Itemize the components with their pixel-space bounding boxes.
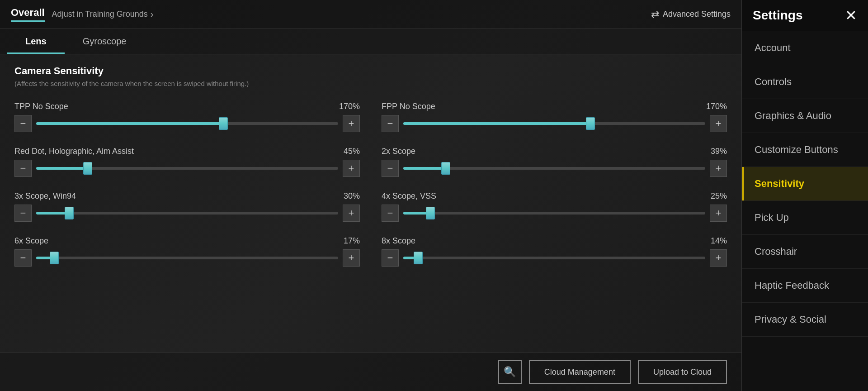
slider-group-tpp_no_scope: TPP No Scope170%−+ bbox=[14, 102, 360, 132]
slider-group-red_dot: Red Dot, Holographic, Aim Assist45%−+ bbox=[14, 147, 360, 177]
sidebar-header: Settings ✕ bbox=[742, 0, 868, 31]
slider-plus-6x_scope[interactable]: + bbox=[343, 249, 360, 267]
advanced-settings-icon: ⇄ bbox=[651, 9, 659, 20]
tab-overall[interactable]: Overall bbox=[11, 7, 45, 22]
section-title: Camera Sensitivity bbox=[14, 65, 727, 77]
slider-group-4x_scope_vss: 4x Scope, VSS25%−+ bbox=[382, 191, 727, 222]
slider-minus-fpp_no_scope[interactable]: − bbox=[382, 115, 399, 132]
slider-plus-tpp_no_scope[interactable]: + bbox=[343, 115, 360, 132]
slider-thumb-8x_scope[interactable] bbox=[414, 252, 423, 264]
training-link[interactable]: Adjust in Training Grounds › bbox=[52, 9, 154, 19]
slider-plus-red_dot[interactable]: + bbox=[343, 160, 360, 177]
slider-label-3x_scope: 3x Scope, Win94 bbox=[14, 191, 76, 201]
advanced-settings-label: Advanced Settings bbox=[663, 10, 731, 19]
slider-track-3x_scope[interactable] bbox=[36, 205, 338, 222]
slider-plus-4x_scope_vss[interactable]: + bbox=[710, 205, 727, 222]
close-button[interactable]: ✕ bbox=[845, 8, 857, 23]
slider-value-6x_scope: 17% bbox=[344, 236, 360, 246]
slider-plus-fpp_no_scope[interactable]: + bbox=[710, 115, 727, 132]
slider-value-fpp_no_scope: 170% bbox=[706, 102, 727, 111]
slider-track-4x_scope_vss[interactable] bbox=[403, 205, 705, 222]
section-subtitle: (Affects the sensitivity of the camera w… bbox=[14, 80, 727, 87]
slider-label-red_dot: Red Dot, Holographic, Aim Assist bbox=[14, 147, 134, 156]
slider-label-8x_scope: 8x Scope bbox=[382, 236, 415, 246]
bottom-bar: 🔍 Cloud Management Upload to Cloud bbox=[0, 353, 741, 391]
slider-thumb-fpp_no_scope[interactable] bbox=[586, 117, 595, 130]
sidebar: Settings ✕ AccountControlsGraphics & Aud… bbox=[741, 0, 868, 391]
slider-label-6x_scope: 6x Scope bbox=[14, 236, 48, 246]
slider-minus-tpp_no_scope[interactable]: − bbox=[14, 115, 32, 132]
slider-value-red_dot: 45% bbox=[344, 147, 360, 156]
sidebar-item-haptic_feedback[interactable]: Haptic Feedback bbox=[742, 269, 868, 303]
slider-plus-8x_scope[interactable]: + bbox=[710, 249, 727, 267]
slider-label-fpp_no_scope: FPP No Scope bbox=[382, 102, 435, 111]
settings-title: Settings bbox=[753, 8, 802, 23]
slider-minus-6x_scope[interactable]: − bbox=[14, 249, 32, 267]
slider-minus-red_dot[interactable]: − bbox=[14, 160, 32, 177]
slider-group-6x_scope: 6x Scope17%−+ bbox=[14, 236, 360, 267]
tab-lens[interactable]: Lens bbox=[7, 29, 65, 54]
slider-track-2x_scope[interactable] bbox=[403, 160, 705, 177]
top-bar: Overall Adjust in Training Grounds › ⇄ A… bbox=[0, 0, 741, 29]
slider-value-8x_scope: 14% bbox=[711, 236, 727, 246]
slider-group-8x_scope: 8x Scope14%−+ bbox=[382, 236, 727, 267]
slider-value-2x_scope: 39% bbox=[711, 147, 727, 156]
slider-label-4x_scope_vss: 4x Scope, VSS bbox=[382, 191, 436, 201]
sidebar-item-pick_up[interactable]: Pick Up bbox=[742, 201, 868, 235]
sliders-grid: TPP No Scope170%−+FPP No Scope170%−+Red … bbox=[14, 102, 727, 267]
slider-track-fpp_no_scope[interactable] bbox=[403, 115, 705, 132]
slider-plus-2x_scope[interactable]: + bbox=[710, 160, 727, 177]
search-button[interactable]: 🔍 bbox=[498, 360, 522, 384]
slider-group-2x_scope: 2x Scope39%−+ bbox=[382, 147, 727, 177]
sidebar-item-controls[interactable]: Controls bbox=[742, 65, 868, 99]
sidebar-item-privacy_social[interactable]: Privacy & Social bbox=[742, 303, 868, 337]
slider-track-6x_scope[interactable] bbox=[36, 249, 338, 267]
slider-thumb-4x_scope_vss[interactable] bbox=[426, 207, 435, 219]
slider-minus-8x_scope[interactable]: − bbox=[382, 249, 399, 267]
main-content: Overall Adjust in Training Grounds › ⇄ A… bbox=[0, 0, 741, 391]
slider-plus-3x_scope[interactable]: + bbox=[343, 205, 360, 222]
advanced-settings-btn[interactable]: ⇄ Advanced Settings bbox=[651, 9, 731, 20]
slider-value-3x_scope: 30% bbox=[344, 191, 360, 201]
slider-track-8x_scope[interactable] bbox=[403, 249, 705, 267]
training-link-text: Adjust in Training Grounds bbox=[52, 10, 148, 19]
sidebar-item-customize_buttons[interactable]: Customize Buttons bbox=[742, 133, 868, 167]
slider-thumb-6x_scope[interactable] bbox=[50, 252, 59, 264]
slider-group-fpp_no_scope: FPP No Scope170%−+ bbox=[382, 102, 727, 132]
sidebar-item-account[interactable]: Account bbox=[742, 31, 868, 65]
tabs-row: Lens Gyroscope bbox=[0, 29, 741, 54]
search-icon: 🔍 bbox=[504, 366, 516, 378]
sidebar-item-graphics_audio[interactable]: Graphics & Audio bbox=[742, 99, 868, 133]
content-area: Camera Sensitivity (Affects the sensitiv… bbox=[0, 54, 741, 353]
slider-minus-4x_scope_vss[interactable]: − bbox=[382, 205, 399, 222]
slider-minus-3x_scope[interactable]: − bbox=[14, 205, 32, 222]
slider-label-tpp_no_scope: TPP No Scope bbox=[14, 102, 68, 111]
slider-label-2x_scope: 2x Scope bbox=[382, 147, 415, 156]
sidebar-item-crosshair[interactable]: Crosshair bbox=[742, 235, 868, 269]
upload-to-cloud-button[interactable]: Upload to Cloud bbox=[638, 360, 727, 384]
slider-thumb-2x_scope[interactable] bbox=[441, 162, 450, 175]
top-bar-left: Overall Adjust in Training Grounds › bbox=[11, 7, 153, 22]
slider-thumb-red_dot[interactable] bbox=[83, 162, 92, 175]
tab-gyroscope[interactable]: Gyroscope bbox=[65, 29, 145, 54]
slider-thumb-tpp_no_scope[interactable] bbox=[219, 117, 228, 130]
sidebar-items: AccountControlsGraphics & AudioCustomize… bbox=[742, 31, 868, 391]
slider-track-red_dot[interactable] bbox=[36, 160, 338, 177]
sidebar-item-sensitivity[interactable]: Sensitivity bbox=[742, 167, 868, 201]
slider-minus-2x_scope[interactable]: − bbox=[382, 160, 399, 177]
cloud-management-button[interactable]: Cloud Management bbox=[529, 360, 631, 384]
slider-value-tpp_no_scope: 170% bbox=[339, 102, 360, 111]
training-link-arrow: › bbox=[151, 9, 154, 19]
slider-value-4x_scope_vss: 25% bbox=[711, 191, 727, 201]
slider-thumb-3x_scope[interactable] bbox=[65, 207, 74, 219]
slider-group-3x_scope: 3x Scope, Win9430%−+ bbox=[14, 191, 360, 222]
slider-track-tpp_no_scope[interactable] bbox=[36, 115, 338, 132]
